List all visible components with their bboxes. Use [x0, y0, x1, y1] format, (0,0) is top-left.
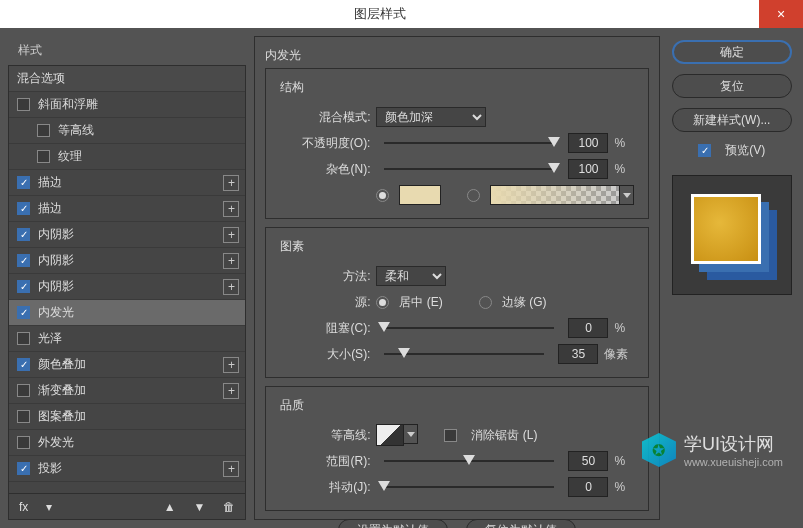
jitter-slider[interactable]: [384, 480, 554, 494]
elements-title: 图素: [280, 238, 634, 255]
style-checkbox[interactable]: [37, 124, 50, 137]
jitter-value[interactable]: 0: [568, 477, 608, 497]
blend-mode-select[interactable]: 颜色加深: [376, 107, 486, 127]
style-row[interactable]: 内发光: [9, 300, 245, 326]
add-effect-icon[interactable]: +: [223, 253, 239, 269]
style-label: 混合选项: [17, 70, 65, 87]
choke-unit: %: [614, 321, 634, 335]
noise-slider[interactable]: [384, 162, 554, 176]
contour-dropdown-icon[interactable]: [404, 424, 418, 444]
gradient-swatch[interactable]: [490, 185, 620, 205]
antialias-checkbox[interactable]: [444, 429, 457, 442]
style-row[interactable]: 投影+: [9, 456, 245, 482]
style-label: 纹理: [58, 148, 82, 165]
titlebar: 图层样式 ×: [0, 0, 803, 28]
style-row[interactable]: 内阴影+: [9, 248, 245, 274]
range-value[interactable]: 50: [568, 451, 608, 471]
add-effect-icon[interactable]: +: [223, 461, 239, 477]
style-row[interactable]: 外发光: [9, 430, 245, 456]
style-checkbox[interactable]: [17, 462, 30, 475]
structure-group: 结构 混合模式: 颜色加深 不透明度(O): 100 % 杂色(N): 100 …: [265, 68, 649, 219]
style-checkbox[interactable]: [17, 332, 30, 345]
choke-value[interactable]: 0: [568, 318, 608, 338]
source-center-radio[interactable]: [376, 296, 389, 309]
style-label: 颜色叠加: [38, 356, 86, 373]
preview-label: 预览(V): [725, 142, 765, 159]
style-row[interactable]: 内阴影+: [9, 274, 245, 300]
new-style-button[interactable]: 新建样式(W)...: [672, 108, 792, 132]
choke-label: 阻塞(C):: [280, 320, 370, 337]
watermark: ✪ 学UI设计网 www.xueuisheji.com: [642, 432, 783, 468]
style-row[interactable]: 渐变叠加+: [9, 378, 245, 404]
range-slider[interactable]: [384, 454, 554, 468]
style-label: 斜面和浮雕: [38, 96, 98, 113]
technique-select[interactable]: 柔和: [376, 266, 446, 286]
add-effect-icon[interactable]: +: [223, 201, 239, 217]
style-checkbox[interactable]: [17, 202, 30, 215]
style-row[interactable]: 图案叠加: [9, 404, 245, 430]
cancel-button[interactable]: 复位: [672, 74, 792, 98]
style-row[interactable]: 描边+: [9, 196, 245, 222]
style-checkbox[interactable]: [17, 384, 30, 397]
style-label: 投影: [38, 460, 62, 477]
style-row[interactable]: 描边+: [9, 170, 245, 196]
add-effect-icon[interactable]: +: [223, 227, 239, 243]
chevron-down-icon[interactable]: ▾: [46, 500, 52, 514]
make-default-button[interactable]: 设置为默认值: [338, 519, 448, 528]
style-label: 外发光: [38, 434, 74, 451]
size-slider[interactable]: [384, 347, 544, 361]
size-value[interactable]: 35: [558, 344, 598, 364]
settings-panel: 内发光 结构 混合模式: 颜色加深 不透明度(O): 100 % 杂色(N): …: [254, 36, 660, 520]
gradient-dropdown-icon[interactable]: [620, 185, 634, 205]
range-label: 范围(R):: [280, 453, 370, 470]
noise-value[interactable]: 100: [568, 159, 608, 179]
style-checkbox[interactable]: [17, 410, 30, 423]
style-row[interactable]: 斜面和浮雕: [9, 92, 245, 118]
opacity-unit: %: [614, 136, 634, 150]
structure-title: 结构: [280, 79, 634, 96]
style-label: 渐变叠加: [38, 382, 86, 399]
add-effect-icon[interactable]: +: [223, 383, 239, 399]
source-center-label: 居中 (E): [399, 294, 442, 311]
size-label: 大小(S):: [280, 346, 370, 363]
move-down-icon[interactable]: ▼: [194, 500, 206, 514]
close-button[interactable]: ×: [759, 0, 803, 28]
style-label: 内阴影: [38, 226, 74, 243]
choke-slider[interactable]: [384, 321, 554, 335]
add-effect-icon[interactable]: +: [223, 357, 239, 373]
fx-menu[interactable]: fx: [19, 500, 28, 514]
contour-label: 等高线:: [280, 427, 370, 444]
preview-checkbox[interactable]: [698, 144, 711, 157]
trash-icon[interactable]: 🗑: [223, 500, 235, 514]
style-checkbox[interactable]: [17, 176, 30, 189]
style-label: 描边: [38, 174, 62, 191]
style-row[interactable]: 光泽: [9, 326, 245, 352]
ok-button[interactable]: 确定: [672, 40, 792, 64]
style-checkbox[interactable]: [17, 358, 30, 371]
add-effect-icon[interactable]: +: [223, 279, 239, 295]
add-effect-icon[interactable]: +: [223, 175, 239, 191]
color-radio[interactable]: [376, 189, 389, 202]
style-checkbox[interactable]: [17, 228, 30, 241]
reset-default-button[interactable]: 复位为默认值: [466, 519, 576, 528]
jitter-label: 抖动(J):: [280, 479, 370, 496]
style-checkbox[interactable]: [37, 150, 50, 163]
style-checkbox[interactable]: [17, 306, 30, 319]
style-row[interactable]: 纹理: [9, 144, 245, 170]
style-row[interactable]: 颜色叠加+: [9, 352, 245, 378]
color-swatch[interactable]: [399, 185, 441, 205]
technique-label: 方法:: [280, 268, 370, 285]
contour-picker[interactable]: [376, 424, 404, 446]
opacity-value[interactable]: 100: [568, 133, 608, 153]
move-up-icon[interactable]: ▲: [164, 500, 176, 514]
style-checkbox[interactable]: [17, 280, 30, 293]
opacity-slider[interactable]: [384, 136, 554, 150]
style-row[interactable]: 混合选项: [9, 66, 245, 92]
gradient-radio[interactable]: [467, 189, 480, 202]
style-checkbox[interactable]: [17, 98, 30, 111]
source-edge-radio[interactable]: [479, 296, 492, 309]
style-row[interactable]: 等高线: [9, 118, 245, 144]
style-row[interactable]: 内阴影+: [9, 222, 245, 248]
style-checkbox[interactable]: [17, 436, 30, 449]
style-checkbox[interactable]: [17, 254, 30, 267]
